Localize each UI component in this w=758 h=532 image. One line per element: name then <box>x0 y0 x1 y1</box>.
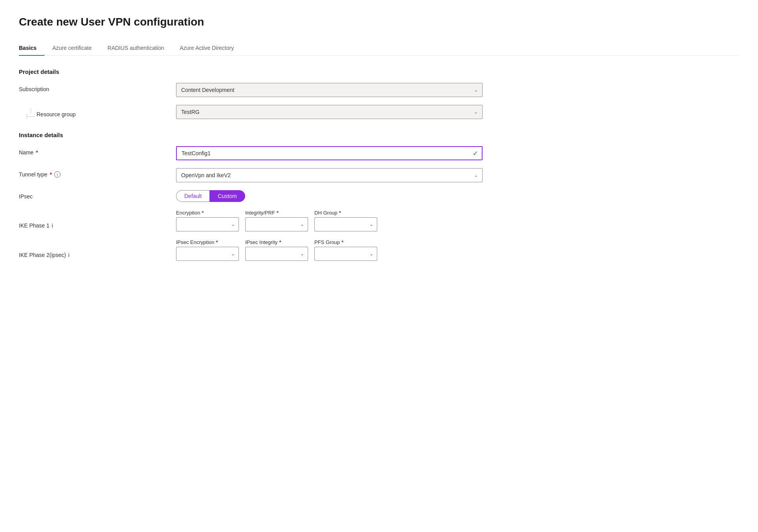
ike-phase2-fields: IPsec Encryption * ⌄ IPsec Integrity * ⌄ <box>176 239 739 261</box>
ike-phase1-integrity-wrapper: ⌄ <box>245 217 308 231</box>
tunnel-type-select-wrapper: OpenVpn and IkeV2 ⌄ <box>176 168 483 182</box>
ike-phase2-ipsec-encryption-wrapper: ⌄ <box>176 247 239 261</box>
ike-phase2-ipsec-encryption-select[interactable] <box>176 247 239 261</box>
ike-phase2-ipsec-integrity-group: IPsec Integrity * ⌄ <box>245 239 308 261</box>
tabs-container: Basics Azure certificate RADIUS authenti… <box>19 41 739 56</box>
ike-phase1-dhgroup-select[interactable] <box>314 217 377 231</box>
subscription-row: Subscription Content Development ⌄ <box>19 83 739 97</box>
subscription-select-wrapper: Content Development ⌄ <box>176 83 483 97</box>
tunnel-type-row: Tunnel type * i OpenVpn and IkeV2 ⌄ <box>19 168 739 182</box>
resource-group-label: Resource group <box>37 108 76 117</box>
ike-phase1-dhgroup-label: DH Group * <box>314 210 377 216</box>
ike-phase2-ipsec-integrity-required: * <box>279 239 281 245</box>
name-control: ✓ <box>176 146 483 160</box>
ike-phase1-dhgroup-group: DH Group * ⌄ <box>314 210 377 231</box>
ike-phase2-ipsec-integrity-label: IPsec Integrity * <box>245 239 308 245</box>
ike-phase2-pfs-group-label: PFS Group * <box>314 239 377 245</box>
ipsec-custom-button[interactable]: Custom <box>209 190 245 202</box>
ike-phase2-ipsec-integrity-select[interactable] <box>245 247 308 261</box>
ike-phase1-encryption-select[interactable] <box>176 217 239 231</box>
ike-phase2-pfs-group-required: * <box>341 239 343 245</box>
name-input[interactable] <box>176 146 483 160</box>
instance-details-section: Instance details Name * ✓ Tunnel type * … <box>19 132 739 261</box>
ike-phase2-pfs-group-group: PFS Group * ⌄ <box>314 239 377 261</box>
ike-phase1-integrity-label: Integrity/PRF * <box>245 210 308 216</box>
resource-group-control: TestRG ⌄ <box>176 105 483 119</box>
ike-phase1-integrity-select[interactable] <box>245 217 308 231</box>
ipsec-default-button[interactable]: Default <box>176 190 209 202</box>
ike-phase1-encryption-required: * <box>202 210 204 216</box>
ike-phase1-encryption-wrapper: ⌄ <box>176 217 239 231</box>
name-row: Name * ✓ <box>19 146 739 160</box>
ike-phase2-info-icon[interactable]: i <box>68 252 70 258</box>
tab-azure-active-directory[interactable]: Azure Active Directory <box>172 41 242 56</box>
tab-radius-authentication[interactable]: RADIUS authentication <box>100 41 172 56</box>
tunnel-type-control: OpenVpn and IkeV2 ⌄ <box>176 168 483 182</box>
ike-phase2-ipsec-integrity-wrapper: ⌄ <box>245 247 308 261</box>
ike-phase2-pfs-group-wrapper: ⌄ <box>314 247 377 261</box>
ike-phase1-info-icon[interactable]: i <box>52 222 53 229</box>
tab-azure-certificate[interactable]: Azure certificate <box>44 41 99 56</box>
ike-phase2-row: IKE Phase 2(ipsec) i IPsec Encryption * … <box>19 239 739 261</box>
ike-phase1-row: IKE Phase 1 i Encryption * ⌄ Integrity/P… <box>19 210 739 231</box>
page-title: Create new User VPN configuration <box>19 16 739 28</box>
tunnel-type-label: Tunnel type * i <box>19 168 176 178</box>
ike-phase2-ipsec-encryption-group: IPsec Encryption * ⌄ <box>176 239 239 261</box>
ike-phase2-pfs-group-select[interactable] <box>314 247 377 261</box>
subscription-label: Subscription <box>19 83 176 92</box>
project-details-title: Project details <box>19 68 739 75</box>
resource-group-select-wrapper: TestRG ⌄ <box>176 105 483 119</box>
ike-phase2-ipsec-encryption-required: * <box>216 239 218 245</box>
ipsec-control: Default Custom <box>176 190 483 202</box>
ike-phase1-integrity-group: Integrity/PRF * ⌄ <box>245 210 308 231</box>
ike-phase1-label: IKE Phase 1 i <box>19 210 176 229</box>
ike-phase1-encryption-label: Encryption * <box>176 210 239 216</box>
instance-details-title: Instance details <box>19 132 739 138</box>
ike-phase2-ipsec-encryption-label: IPsec Encryption * <box>176 239 239 245</box>
tunnel-type-select[interactable]: OpenVpn and IkeV2 <box>176 168 483 182</box>
project-details-section: Project details Subscription Content Dev… <box>19 68 739 119</box>
ike-phase1-integrity-required: * <box>277 210 279 216</box>
subscription-select[interactable]: Content Development <box>176 83 483 97</box>
resource-group-label-area: Resource group <box>19 105 176 119</box>
name-label: Name * <box>19 146 176 156</box>
name-check-icon: ✓ <box>473 150 478 157</box>
name-required-indicator: * <box>36 149 38 156</box>
tunnel-type-required-indicator: * <box>50 171 52 178</box>
ipsec-row: IPsec Default Custom <box>19 190 739 202</box>
ipsec-label: IPsec <box>19 190 176 200</box>
resource-group-row: Resource group TestRG ⌄ <box>19 105 739 119</box>
name-input-wrapper: ✓ <box>176 146 483 160</box>
ike-phase1-dhgroup-wrapper: ⌄ <box>314 217 377 231</box>
ike-phase1-dhgroup-required: * <box>339 210 341 216</box>
ike-phase1-encryption-group: Encryption * ⌄ <box>176 210 239 231</box>
subscription-control: Content Development ⌄ <box>176 83 483 97</box>
ipsec-toggle-group: Default Custom <box>176 190 483 202</box>
ike-phase1-fields: Encryption * ⌄ Integrity/PRF * ⌄ <box>176 210 739 231</box>
ike-phase2-label: IKE Phase 2(ipsec) i <box>19 239 176 258</box>
resource-group-select[interactable]: TestRG <box>176 105 483 119</box>
tab-basics[interactable]: Basics <box>19 41 44 56</box>
tunnel-type-info-icon[interactable]: i <box>54 171 61 178</box>
